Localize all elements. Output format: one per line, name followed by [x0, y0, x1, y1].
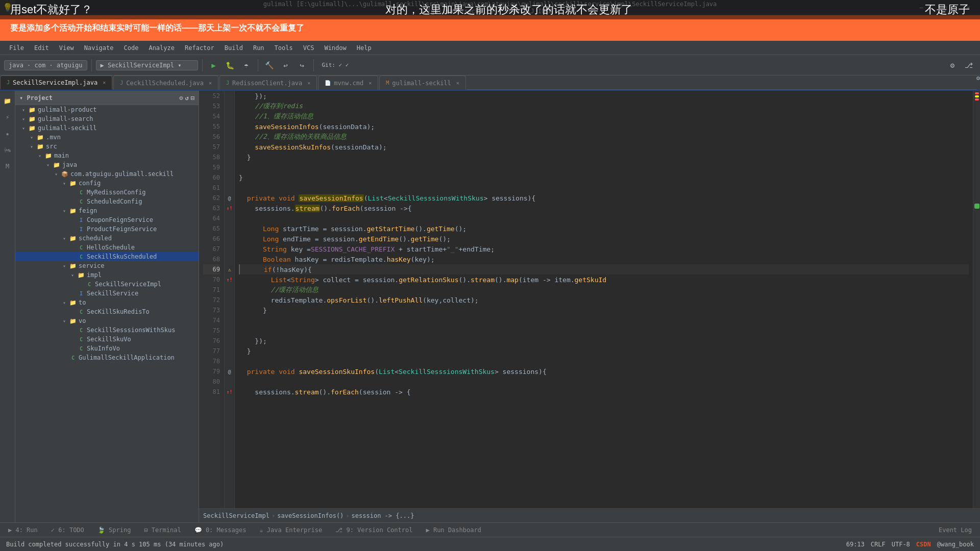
tab-run[interactable]: ▶ 4: Run: [2, 525, 44, 535]
breadcrumb-part-1[interactable]: SeckillServiceImpl: [203, 512, 270, 519]
event-log-tab[interactable]: Event Log: [933, 525, 978, 535]
tree-item-service-folder[interactable]: ▾ 📁 service: [15, 261, 199, 270]
tree-item-application[interactable]: C GulimallSeckillApplication: [15, 353, 199, 362]
bottom-tabs: ▶ 4: Run ✓ 6: TODO 🍃 Spring ⊟ Terminal 💬…: [0, 522, 980, 537]
git-icon[interactable]: ⎇: [962, 58, 976, 72]
sidebar-maven-icon[interactable]: M: [2, 160, 14, 172]
tab-settings-button[interactable]: ⚙: [976, 76, 980, 90]
tree-item-mvn[interactable]: ▾ 📁 .mvn: [15, 133, 199, 142]
tree-item-main[interactable]: ▾ 📁 main: [15, 151, 199, 160]
tree-item-seckill-redis-to[interactable]: C SecKillSkuRedisTo: [15, 307, 199, 316]
redo-button[interactable]: ↪: [295, 58, 309, 72]
tab-seckill-scheduled[interactable]: J CeckillScheduled.java ✕: [113, 76, 218, 90]
tree-label-myredisson: MyRedissonConfig: [87, 189, 146, 196]
tab-close-icon-5[interactable]: ✕: [456, 80, 459, 86]
sidebar-project-icon[interactable]: 📁: [2, 95, 14, 107]
status-left: Build completed successfully in 4 s 105 …: [6, 541, 224, 548]
tree-label-seckill: gulimall-seckill: [38, 124, 97, 132]
code-line-70: List<String> collect = sesssion.getRelat…: [239, 274, 969, 285]
menu-view[interactable]: View: [54, 43, 79, 53]
tree-item-to-folder[interactable]: ▾ 📁 to: [15, 298, 199, 307]
tab-run-dashboard[interactable]: ▶ Run Dashboard: [420, 525, 487, 535]
class-icon-sku-vo: C: [77, 337, 86, 342]
tree-item-seckill-scheduled[interactable]: C SeckillSkuScheduled: [15, 252, 199, 261]
menu-edit[interactable]: Edit: [29, 43, 54, 53]
tab-enterprise[interactable]: ☕ Java Enterprise: [253, 525, 328, 535]
menu-window[interactable]: Window: [319, 43, 351, 53]
tab-redisson-client[interactable]: J RedissonClient.java ✕: [219, 76, 317, 90]
tree-item-gulimall-seckill[interactable]: ▾ 📁 gulimall-seckill: [15, 123, 199, 133]
menu-vcs[interactable]: VCS: [298, 43, 320, 53]
tab-close-icon-3[interactable]: ✕: [307, 80, 310, 86]
undo-button[interactable]: ↩: [279, 58, 293, 72]
tree-label-product-feign: ProductFeignService: [87, 226, 157, 233]
coverage-button[interactable]: ☂: [239, 58, 254, 72]
breadcrumb-part-3[interactable]: sesssion -> {...}: [352, 512, 414, 519]
tree-item-scheduled-folder[interactable]: ▾ 📁 scheduled: [15, 234, 199, 243]
menu-analyze[interactable]: Analyze: [143, 43, 180, 53]
status-encoding[interactable]: UTF-8: [892, 541, 910, 548]
tree-item-coupon-feign[interactable]: I CouponFeignService: [15, 215, 199, 224]
menu-tools[interactable]: Tools: [270, 43, 298, 53]
tree-item-feign[interactable]: ▾ 📁 feign: [15, 206, 199, 215]
tab-close-icon-2[interactable]: ✕: [209, 80, 212, 86]
tab-seckill-service-impl[interactable]: J SeckillServiceImpl.java ✕: [0, 76, 112, 90]
project-selector[interactable]: java · com · atguigu: [4, 60, 87, 70]
tree-item-gulimall-product[interactable]: ▾ 📁 gulimall-product: [15, 105, 199, 114]
error-mark-1: [975, 92, 979, 94]
tree-collapse-icon[interactable]: ⊟: [191, 94, 194, 102]
tab-mvnw[interactable]: 📄 mvnw.cmd ✕: [318, 76, 378, 90]
tree-item-myredisson[interactable]: C MyRedissonConfig: [15, 188, 199, 197]
tree-item-src[interactable]: ▾ 📁 src: [15, 142, 199, 151]
sidebar-structure-icon[interactable]: ⚡: [2, 111, 14, 123]
tab-close-icon[interactable]: ✕: [103, 80, 106, 85]
sidebar-ant-icon[interactable]: 🐜: [2, 144, 14, 156]
tree-label-hello-schedule: HelloSchedule: [87, 244, 135, 251]
code-area[interactable]: }); //缓存到redis //1、缓存活动信息 saveSessionInf…: [235, 91, 973, 508]
code-content[interactable]: 52 53 54 55 56 57 58 59 60 61 62 63 64 6…: [199, 91, 980, 508]
run-button[interactable]: ▶: [207, 58, 221, 72]
menu-build[interactable]: Build: [219, 43, 248, 53]
tree-item-seckill-service-impl[interactable]: C SeckillServiceImpl: [15, 280, 199, 289]
tab-label: SeckillServiceImpl.java: [13, 79, 97, 86]
tree-item-scheduledconfig[interactable]: C ScheduledConfig: [15, 197, 199, 206]
overlay-right: 不是原子: [925, 2, 970, 17]
tab-version-control[interactable]: ⎇ 9: Version Control: [329, 525, 419, 535]
debug-button[interactable]: 🐛: [223, 58, 237, 72]
tab-todo[interactable]: ✓ 6: TODO: [45, 525, 90, 535]
tree-item-config[interactable]: ▾ 📁 config: [15, 179, 199, 188]
settings-button[interactable]: ⚙: [945, 58, 960, 72]
tab-close-icon-4[interactable]: ✕: [369, 80, 372, 86]
tab-spring[interactable]: 🍃 Spring: [91, 525, 137, 535]
tab-gulimall-seckill[interactable]: M gulimall-seckill ✕: [379, 76, 466, 90]
menu-refactor[interactable]: Refactor: [180, 43, 219, 53]
menu-file[interactable]: File: [4, 43, 29, 53]
build-button[interactable]: 🔨: [262, 58, 277, 72]
menu-code[interactable]: Code: [119, 43, 144, 53]
line-66: 66: [203, 234, 220, 244]
tree-item-sku-info-vo[interactable]: C SkuInfoVo: [15, 344, 199, 353]
run-config-selector[interactable]: ▶ SeckillServiceImpl ▾: [96, 60, 198, 70]
tree-sync-icon[interactable]: ↺: [185, 94, 189, 102]
sidebar-favorites-icon[interactable]: ★: [2, 128, 14, 140]
tab-terminal[interactable]: ⊟ Terminal: [138, 525, 187, 535]
tree-item-impl-folder[interactable]: ▾ 📁 impl: [15, 270, 199, 280]
status-line-sep[interactable]: CRLF: [871, 541, 886, 548]
tree-item-package[interactable]: ▾ 📦 com.atguigu.gulimall.seckill: [15, 169, 199, 179]
breadcrumb-part-2[interactable]: saveSessionInfos(): [277, 512, 344, 519]
tree-item-sessions-with-skus[interactable]: C SeckillSesssionsWithSkus: [15, 325, 199, 335]
tree-item-hello-schedule[interactable]: C HelloSchedule: [15, 243, 199, 252]
tree-item-gulimall-search[interactable]: ▾ 📁 gulimall-search: [15, 114, 199, 123]
tree-gear-icon[interactable]: ⚙: [179, 94, 183, 102]
menu-navigate[interactable]: Navigate: [79, 43, 119, 53]
tab-messages[interactable]: 💬 0: Messages: [188, 525, 253, 535]
tree-item-java[interactable]: ▾ 📁 java: [15, 160, 199, 169]
tree-item-product-feign[interactable]: I ProductFeignService: [15, 224, 199, 234]
menu-help[interactable]: Help: [352, 43, 377, 53]
tree-item-vo-folder[interactable]: ▾ 📁 vo: [15, 316, 199, 325]
tree-item-seckill-sku-vo[interactable]: C SeckillSkuVo: [15, 335, 199, 344]
tree-item-seckill-service[interactable]: I SeckillService: [15, 289, 199, 298]
menu-run[interactable]: Run: [248, 43, 270, 53]
status-position[interactable]: 69:13: [846, 541, 865, 548]
code-line-78: [239, 356, 969, 366]
